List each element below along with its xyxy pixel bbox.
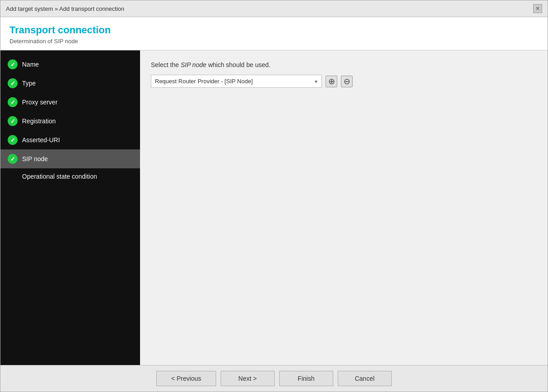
instruction-before: Select the <box>151 61 181 68</box>
check-icon-registration: ✓ <box>8 116 18 126</box>
check-icon-name: ✓ <box>8 59 18 69</box>
previous-button[interactable]: < Previous <box>156 371 216 386</box>
finish-button[interactable]: Finish <box>279 371 333 386</box>
sip-node-dropdown[interactable]: Request Router Provider - [SIP Node] <box>151 75 322 88</box>
footer: < Previous Next > Finish Cancel <box>0 365 548 392</box>
check-icon-type: ✓ <box>8 78 18 88</box>
sidebar-item-label-type: Type <box>22 80 36 87</box>
sidebar-item-type[interactable]: ✓Type <box>0 74 140 93</box>
check-icon-asserted-uri: ✓ <box>8 135 18 145</box>
next-button[interactable]: Next > <box>221 371 275 386</box>
sidebar-item-label-proxy-server: Proxy server <box>22 99 58 106</box>
sidebar-item-label-operational-state: Operational state condition <box>22 173 97 180</box>
sidebar: ✓Name✓Type✓Proxy server✓Registration✓Ass… <box>0 50 140 365</box>
dropdown-row: Request Router Provider - [SIP Node] ⊕ ⊖ <box>151 75 537 88</box>
sidebar-item-proxy-server[interactable]: ✓Proxy server <box>0 93 140 112</box>
sip-node-dropdown-wrapper: Request Router Provider - [SIP Node] <box>151 75 322 88</box>
dialog-container: Add target system » Add transport connec… <box>0 0 548 392</box>
check-icon-proxy-server: ✓ <box>8 97 18 107</box>
main-content: Select the SIP node which should be used… <box>140 50 548 365</box>
sidebar-item-sip-node[interactable]: ✓SIP node <box>0 149 140 168</box>
instruction-italic: SIP node <box>181 61 206 68</box>
sidebar-item-registration[interactable]: ✓Registration <box>0 112 140 131</box>
sidebar-item-asserted-uri[interactable]: ✓Asserted-URI <box>0 131 140 149</box>
header-section: Transport connection Determination of SI… <box>0 17 548 50</box>
page-title: Transport connection <box>9 24 539 36</box>
content-area: ✓Name✓Type✓Proxy server✓Registration✓Ass… <box>0 50 548 365</box>
sidebar-item-label-sip-node: SIP node <box>22 155 48 162</box>
check-icon-sip-node: ✓ <box>8 154 18 164</box>
title-bar-text: Add target system » Add transport connec… <box>6 5 124 12</box>
sidebar-item-label-name: Name <box>22 61 39 68</box>
cancel-button[interactable]: Cancel <box>338 371 392 386</box>
sidebar-item-label-asserted-uri: Asserted-URI <box>22 136 60 144</box>
close-button[interactable]: ✕ <box>533 4 542 13</box>
instruction-after: which should be used. <box>206 61 270 68</box>
add-sip-node-button[interactable]: ⊕ <box>326 76 337 87</box>
instruction-text: Select the SIP node which should be used… <box>151 61 537 68</box>
sidebar-item-operational-state[interactable]: Operational state condition <box>0 168 140 185</box>
page-subtitle: Determination of SIP node <box>9 38 539 45</box>
remove-sip-node-button[interactable]: ⊖ <box>341 76 353 87</box>
title-bar: Add target system » Add transport connec… <box>0 0 548 17</box>
sidebar-item-label-registration: Registration <box>22 117 56 125</box>
sidebar-item-name[interactable]: ✓Name <box>0 55 140 74</box>
